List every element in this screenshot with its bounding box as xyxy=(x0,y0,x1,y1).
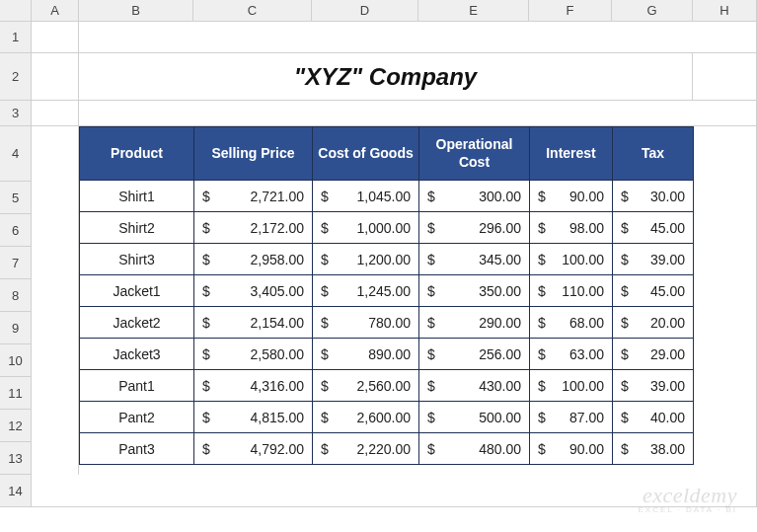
col-header-A[interactable]: A xyxy=(32,0,79,22)
cell[interactable] xyxy=(693,22,757,53)
row-header-13[interactable]: 13 xyxy=(0,442,32,475)
cell-operational-cost[interactable]: 430.00 xyxy=(419,370,530,402)
cell-interest[interactable]: 110.00 xyxy=(530,275,613,307)
cell-interest[interactable]: 68.00 xyxy=(530,307,613,339)
cell-cost-of-goods[interactable]: 2,220.00 xyxy=(313,433,419,465)
cell-cost-of-goods[interactable]: 1,245.00 xyxy=(313,275,419,307)
cell-cost-of-goods[interactable]: 890.00 xyxy=(313,339,419,370)
row-header-10[interactable]: 10 xyxy=(0,344,32,377)
row-header-7[interactable]: 7 xyxy=(0,247,32,279)
cell-operational-cost[interactable]: 256.00 xyxy=(419,339,530,370)
cell[interactable] xyxy=(79,101,693,126)
cell-tax[interactable]: 45.00 xyxy=(613,212,694,244)
row-header-4[interactable]: 4 xyxy=(0,126,32,182)
col-header-E[interactable]: E xyxy=(418,0,529,22)
cell-cost-of-goods[interactable]: 1,045.00 xyxy=(313,181,419,212)
cell-selling-price[interactable]: 4,792.00 xyxy=(194,433,313,465)
cell-tax[interactable]: 45.00 xyxy=(613,275,694,307)
col-header-C[interactable]: C xyxy=(193,0,312,22)
cell-cost-of-goods[interactable]: 1,200.00 xyxy=(313,244,419,275)
cell-selling-price[interactable]: 3,405.00 xyxy=(194,275,313,307)
cell[interactable] xyxy=(32,126,79,507)
cell-cost-of-goods[interactable]: 780.00 xyxy=(313,307,419,339)
cell[interactable] xyxy=(693,53,757,101)
cell[interactable] xyxy=(693,126,757,507)
cell-interest[interactable]: 87.00 xyxy=(530,402,613,433)
row-header-6[interactable]: 6 xyxy=(0,214,32,247)
cell-interest[interactable]: 100.00 xyxy=(530,244,613,275)
header-tax[interactable]: Tax xyxy=(613,127,694,181)
cell-interest[interactable]: 100.00 xyxy=(530,370,613,402)
cell[interactable] xyxy=(693,101,757,126)
cell-operational-cost[interactable]: 296.00 xyxy=(419,212,530,244)
cell-interest[interactable]: 90.00 xyxy=(530,433,613,465)
cell-selling-price[interactable]: 2,172.00 xyxy=(194,212,313,244)
cell-cost-of-goods[interactable]: 2,560.00 xyxy=(313,370,419,402)
cell-interest[interactable]: 98.00 xyxy=(530,212,613,244)
cell[interactable] xyxy=(79,22,693,53)
cell-tax[interactable]: 40.00 xyxy=(613,402,694,433)
cell-product[interactable]: Pant3 xyxy=(80,433,194,465)
cell-tax[interactable]: 39.00 xyxy=(613,244,694,275)
cell-tax[interactable]: 20.00 xyxy=(613,307,694,339)
cell-operational-cost[interactable]: 290.00 xyxy=(419,307,530,339)
cell-product[interactable]: Pant2 xyxy=(80,402,194,433)
row-header-2[interactable]: 2 xyxy=(0,53,32,101)
cell-cost-of-goods[interactable]: 2,600.00 xyxy=(313,402,419,433)
col-header-H[interactable]: H xyxy=(693,0,757,22)
cell-interest[interactable]: 63.00 xyxy=(530,339,613,370)
cell-product[interactable]: Jacket1 xyxy=(80,275,194,307)
cell-selling-price[interactable]: 4,316.00 xyxy=(194,370,313,402)
row-header-8[interactable]: 8 xyxy=(0,279,32,312)
cell-product[interactable]: Shirt3 xyxy=(80,244,194,275)
row-header-5[interactable]: 5 xyxy=(0,182,32,214)
table-row: Jacket13,405.001,245.00350.00110.0045.00 xyxy=(80,275,694,307)
cell-interest[interactable]: 90.00 xyxy=(530,181,613,212)
col-header-G[interactable]: G xyxy=(612,0,693,22)
cell-operational-cost[interactable]: 345.00 xyxy=(419,244,530,275)
header-product[interactable]: Product xyxy=(80,127,194,181)
row-header-9[interactable]: 9 xyxy=(0,312,32,344)
header-operational-cost[interactable]: Operational Cost xyxy=(419,127,530,181)
cell-cost-of-goods[interactable]: 1,000.00 xyxy=(313,212,419,244)
header-interest[interactable]: Interest xyxy=(530,127,613,181)
cell-operational-cost[interactable]: 480.00 xyxy=(419,433,530,465)
table-row: Jacket32,580.00890.00256.0063.0029.00 xyxy=(80,339,694,370)
cell-selling-price[interactable]: 2,580.00 xyxy=(194,339,313,370)
table-row: Shirt22,172.001,000.00296.0098.0045.00 xyxy=(80,212,694,244)
data-table: Product Selling Price Cost of Goods Oper… xyxy=(79,126,694,465)
cell-product[interactable]: Jacket2 xyxy=(80,307,194,339)
row-header-12[interactable]: 12 xyxy=(0,410,32,442)
cell-selling-price[interactable]: 2,958.00 xyxy=(194,244,313,275)
header-cost-of-goods[interactable]: Cost of Goods xyxy=(313,127,419,181)
cell-product[interactable]: Shirt1 xyxy=(80,181,194,212)
cell[interactable] xyxy=(32,101,79,126)
row-header-11[interactable]: 11 xyxy=(0,377,32,410)
cell-operational-cost[interactable]: 300.00 xyxy=(419,181,530,212)
cell-product[interactable]: Shirt2 xyxy=(80,212,194,244)
title-row-cell[interactable] xyxy=(32,53,79,101)
table-row: Pant34,792.002,220.00480.0090.0038.00 xyxy=(80,433,694,465)
col-header-B[interactable]: B xyxy=(79,0,193,22)
corner-cell[interactable] xyxy=(0,0,32,22)
cell-selling-price[interactable]: 2,154.00 xyxy=(194,307,313,339)
cell-operational-cost[interactable]: 350.00 xyxy=(419,275,530,307)
col-header-F[interactable]: F xyxy=(529,0,612,22)
cell-tax[interactable]: 38.00 xyxy=(613,433,694,465)
header-selling-price[interactable]: Selling Price xyxy=(194,127,313,181)
cell-product[interactable]: Jacket3 xyxy=(80,339,194,370)
row-header-1[interactable]: 1 xyxy=(0,22,32,53)
table-header-row: Product Selling Price Cost of Goods Oper… xyxy=(80,127,694,181)
col-header-D[interactable]: D xyxy=(312,0,418,22)
row-header-3[interactable]: 3 xyxy=(0,101,32,126)
row-header-14[interactable]: 14 xyxy=(0,475,32,507)
cell-selling-price[interactable]: 2,721.00 xyxy=(194,181,313,212)
cell-operational-cost[interactable]: 500.00 xyxy=(419,402,530,433)
cell-tax[interactable]: 39.00 xyxy=(613,370,694,402)
cell-product[interactable]: Pant1 xyxy=(80,370,194,402)
cell-selling-price[interactable]: 4,815.00 xyxy=(194,402,313,433)
cell-tax[interactable]: 30.00 xyxy=(613,181,694,212)
cell[interactable] xyxy=(32,22,79,53)
cell-tax[interactable]: 29.00 xyxy=(613,339,694,370)
title-cell[interactable]: "XYZ" Company xyxy=(79,53,693,101)
